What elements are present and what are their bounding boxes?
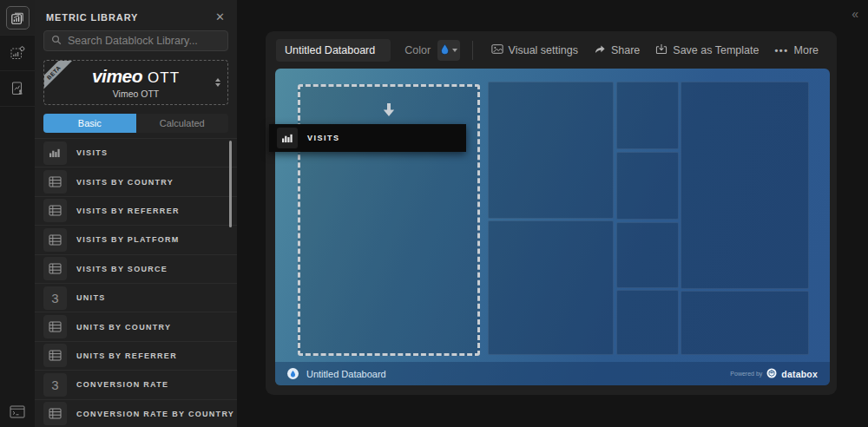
scrollbar[interactable] xyxy=(229,141,232,227)
metric-item-label: VISITS BY PLATFORM xyxy=(76,235,180,244)
table-icon xyxy=(43,228,67,252)
rail-item-console[interactable] xyxy=(0,405,35,418)
toolbar-divider xyxy=(472,41,473,60)
table-icon xyxy=(43,170,67,194)
search-placeholder: Search Datablock Library... xyxy=(68,35,198,47)
databoards-icon xyxy=(6,6,30,30)
databox-logo-icon xyxy=(766,366,777,382)
canvas-footer: Untitled Databoard Powered by databox xyxy=(275,362,830,385)
databoard-name-input[interactable]: Untitled Databoard xyxy=(276,39,391,62)
metric-item-label: UNITS BY COUNTRY xyxy=(76,323,171,332)
droplet-icon xyxy=(440,43,450,58)
left-icon-rail xyxy=(0,0,35,427)
metric-item-label: CONVERSION RATE BY COUNTRY xyxy=(76,410,234,418)
metric-item-conversion-rate-by-country[interactable]: CONVERSION RATE BY COUNTRY xyxy=(35,400,237,427)
color-label: Color xyxy=(404,44,431,56)
share-button[interactable]: Share xyxy=(586,38,648,62)
app-window: METRIC LIBRARY ✕ Search Datablock Librar… xyxy=(0,0,868,427)
more-button[interactable]: ••• More xyxy=(766,38,826,62)
arrow-down-icon xyxy=(380,102,398,122)
placeholder-block[interactable] xyxy=(681,291,809,355)
number-icon: 3 xyxy=(43,373,67,397)
placeholder-block[interactable] xyxy=(616,222,679,288)
tab-basic[interactable]: Basic xyxy=(43,114,136,133)
source-card-caption: Vimeo OTT xyxy=(113,89,159,99)
metric-item-label: CONVERSION RATE xyxy=(76,380,168,389)
vimeo-ott-logo: vimeo OTT xyxy=(92,66,180,87)
table-icon xyxy=(43,344,67,367)
dragged-metric-visits[interactable]: VISITS xyxy=(269,124,466,152)
share-icon xyxy=(594,43,606,56)
save-as-template-button[interactable]: Save as Template xyxy=(648,38,766,62)
droplet-badge-icon xyxy=(287,368,299,379)
metric-item-label: VISITS BY COUNTRY xyxy=(76,178,174,187)
metric-library-title: METRIC LIBRARY xyxy=(46,12,138,23)
placeholder-block[interactable] xyxy=(616,152,679,220)
image-icon xyxy=(491,43,503,57)
terminal-window-icon xyxy=(10,405,25,418)
collapse-panel-icon[interactable]: « xyxy=(852,7,858,21)
metric-item-units-by-country[interactable]: UNITS BY COUNTRY xyxy=(35,312,237,341)
visual-settings-button[interactable]: Visual settings xyxy=(483,38,586,62)
reports-icon xyxy=(10,81,25,96)
table-icon xyxy=(43,402,67,425)
table-icon xyxy=(43,257,67,280)
chevron-down-icon xyxy=(452,49,457,52)
number-icon: 3 xyxy=(43,286,67,310)
metric-item-visits[interactable]: VISITS xyxy=(35,139,237,168)
metric-item-visits-by-source[interactable]: VISITS BY SOURCE xyxy=(35,255,237,284)
metric-library-panel: METRIC LIBRARY ✕ Search Datablock Librar… xyxy=(35,0,237,427)
placeholder-block[interactable] xyxy=(616,290,679,355)
placeholder-block[interactable] xyxy=(488,82,614,219)
metric-item-units[interactable]: 3UNITS xyxy=(35,284,237,312)
library-tabs: Basic Calculated xyxy=(43,114,228,133)
footer-board-title: Untitled Databoard xyxy=(306,369,386,379)
metric-item-units-by-referrer[interactable]: UNITS BY REFERRER xyxy=(35,342,237,371)
metric-item-conversion-rate[interactable]: 3CONVERSION RATE xyxy=(35,371,237,399)
databoard-editor-panel: Untitled Databoard Color xyxy=(266,31,837,395)
metric-list: VISITSVISITS BY COUNTRYVISITS BY REFERRE… xyxy=(35,138,237,427)
table-icon xyxy=(43,199,67,222)
table-icon xyxy=(43,315,67,338)
rail-item-databoards[interactable] xyxy=(0,0,35,36)
dragged-metric-label: VISITS xyxy=(307,134,340,142)
databoard-canvas[interactable]: DROP HERE Untitled Databoard Powered by xyxy=(275,69,830,385)
save-template-icon xyxy=(655,43,667,57)
placeholder-block[interactable] xyxy=(681,82,809,289)
tab-calculated[interactable]: Calculated xyxy=(136,114,229,133)
metric-item-label: UNITS BY REFERRER xyxy=(76,351,177,360)
source-card-vimeo-ott[interactable]: BETA vimeo OTT Vimeo OTT xyxy=(43,60,228,105)
rail-item-reports[interactable] xyxy=(0,71,35,107)
beta-ribbon: BETA xyxy=(43,60,73,92)
search-icon xyxy=(51,33,62,49)
search-input[interactable]: Search Datablock Library... xyxy=(43,30,228,51)
color-dropdown[interactable] xyxy=(437,40,460,61)
powered-by-databox[interactable]: Powered by databox xyxy=(730,366,818,382)
rail-item-metric-builder[interactable] xyxy=(0,36,35,71)
metric-item-visits-by-country[interactable]: VISITS BY COUNTRY xyxy=(35,168,237,196)
metric-item-visits-by-referrer[interactable]: VISITS BY REFERRER xyxy=(35,197,237,226)
metric-item-label: UNITS xyxy=(76,293,106,302)
metric-item-visits-by-platform[interactable]: VISITS BY PLATFORM xyxy=(35,226,237,254)
metric-builder-icon xyxy=(10,45,26,62)
ellipsis-icon: ••• xyxy=(774,45,788,56)
metric-item-label: VISITS BY SOURCE xyxy=(76,265,168,273)
bar-chart-icon xyxy=(43,141,67,165)
metric-library-header: METRIC LIBRARY ✕ xyxy=(35,0,237,30)
metric-item-label: VISITS BY REFERRER xyxy=(76,207,180,215)
close-icon[interactable]: ✕ xyxy=(215,11,225,23)
bar-chart-icon xyxy=(277,128,298,148)
metric-item-label: VISITS xyxy=(76,148,108,157)
placeholder-block[interactable] xyxy=(488,220,614,355)
up-down-arrows-icon[interactable] xyxy=(215,78,220,87)
editor-toolbar: Untitled Databoard Color xyxy=(266,31,837,69)
placeholder-block[interactable] xyxy=(616,82,679,149)
